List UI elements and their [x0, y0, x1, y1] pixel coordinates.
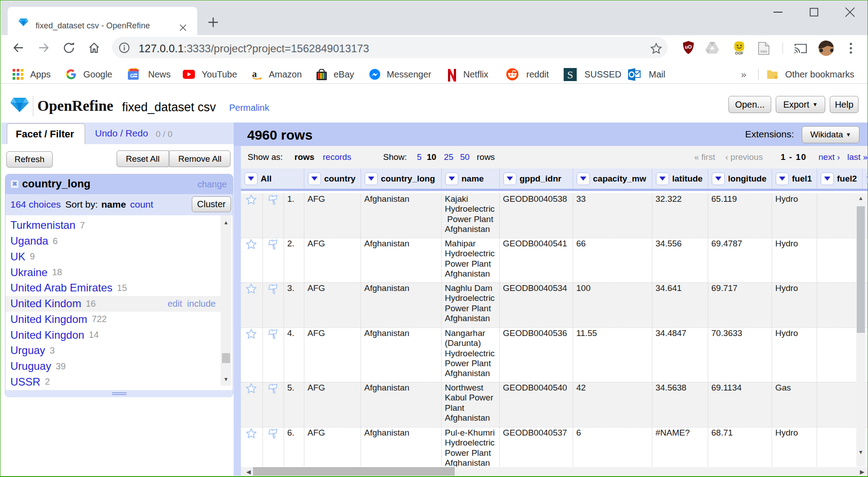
svg-text:uO: uO	[685, 44, 692, 50]
svg-text:OOF: OOF	[735, 51, 743, 55]
svg-text:S: S	[567, 69, 573, 81]
svg-text:G: G	[130, 73, 134, 78]
